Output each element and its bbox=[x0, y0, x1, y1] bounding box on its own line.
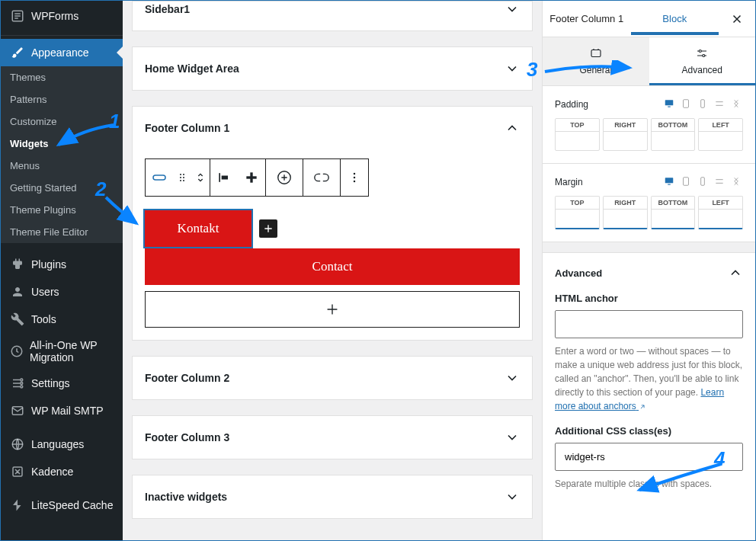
margin-left[interactable]: LEFT bbox=[698, 196, 743, 229]
sidebar-label: Kadence bbox=[31, 466, 73, 478]
widget-area-title: Footer Column 3 bbox=[145, 431, 229, 443]
reset-icon[interactable] bbox=[731, 98, 743, 110]
html-anchor-input[interactable] bbox=[555, 310, 743, 338]
toolbar-add-button[interactable] bbox=[238, 159, 265, 196]
widget-area-header[interactable]: Sidebar1 bbox=[133, 2, 532, 30]
desktop-icon[interactable] bbox=[664, 98, 676, 110]
widget-area-footer2: Footer Column 2 bbox=[132, 356, 533, 400]
sidebar-sub-menus[interactable]: Menus bbox=[1, 155, 123, 177]
appearance-submenu: Themes Patterns Customize Widgets Menus … bbox=[1, 66, 123, 243]
margin-top[interactable]: TOP bbox=[555, 196, 600, 229]
css-classes-field: Additional CSS class(es) Separate multip… bbox=[543, 425, 755, 503]
margin-right[interactable]: RIGHT bbox=[603, 196, 648, 229]
panel-tab-block[interactable]: Block bbox=[631, 2, 719, 35]
sidebar-item-settings[interactable]: Settings bbox=[1, 370, 123, 397]
toolbar-more-button[interactable] bbox=[341, 159, 368, 196]
sidebar-label: Tools bbox=[31, 313, 56, 325]
widget-area-header[interactable]: Footer Column 1 bbox=[133, 107, 532, 149]
sidebar-item-aio-migration[interactable]: All-in-One WP Migration bbox=[1, 333, 123, 370]
users-icon bbox=[10, 284, 25, 299]
move-up-down-icon bbox=[194, 168, 207, 187]
toolbar-link-button[interactable] bbox=[303, 159, 340, 196]
chevron-down-icon bbox=[505, 489, 520, 504]
sidebar-item-plugins[interactable]: Plugins bbox=[1, 251, 123, 278]
widget-area-title: Sidebar1 bbox=[145, 3, 190, 15]
sidebar-item-litespeed[interactable]: LiteSpeed Cache bbox=[1, 491, 123, 519]
panel-close-button[interactable] bbox=[719, 12, 755, 26]
padding-left[interactable]: LEFT bbox=[698, 118, 743, 151]
widget-area-footer1: Footer Column 1 bbox=[132, 106, 533, 341]
toolbar-move-buttons[interactable] bbox=[191, 159, 210, 196]
sidebar-item-wpforms[interactable]: WPForms bbox=[1, 1, 123, 31]
toolbar-block-type-button[interactable] bbox=[146, 159, 173, 196]
svg-point-11 bbox=[180, 177, 181, 178]
svg-point-25 bbox=[703, 55, 705, 57]
sidebar-sub-widgets[interactable]: Widgets bbox=[1, 133, 123, 155]
wpforms-icon bbox=[10, 8, 25, 24]
unit-icon[interactable] bbox=[714, 176, 726, 188]
subtab-advanced[interactable]: Advanced bbox=[649, 37, 756, 85]
widget-area-header[interactable]: Inactive widgets bbox=[133, 475, 532, 518]
mobile-icon[interactable] bbox=[697, 98, 710, 110]
widget-area-footer3: Footer Column 3 bbox=[132, 415, 533, 459]
sidebar-sub-themes[interactable]: Themes bbox=[1, 66, 123, 88]
svg-point-13 bbox=[180, 180, 181, 181]
widget-area-inactive: Inactive widgets bbox=[132, 475, 533, 519]
tablet-icon[interactable] bbox=[681, 176, 693, 188]
block-settings-panel: Footer Column 1 Block General Advanced P… bbox=[542, 1, 755, 540]
toolbar-drag-handle[interactable] bbox=[173, 159, 191, 196]
subtab-general[interactable]: General bbox=[543, 37, 649, 85]
svg-rect-16 bbox=[222, 176, 228, 180]
mobile-icon[interactable] bbox=[697, 176, 710, 188]
advanced-section-toggle[interactable]: Advanced bbox=[543, 253, 755, 293]
sidebar-item-users[interactable]: Users bbox=[1, 278, 123, 306]
plus-circle-icon bbox=[276, 169, 293, 186]
reset-icon[interactable] bbox=[731, 176, 743, 188]
unit-icon[interactable] bbox=[714, 98, 726, 110]
chevron-down-icon bbox=[505, 61, 520, 76]
widget-area-header[interactable]: Footer Column 3 bbox=[133, 416, 532, 459]
css-classes-input[interactable] bbox=[555, 443, 743, 471]
margin-grid: TOP RIGHT BOTTOM LEFT bbox=[555, 196, 743, 229]
sidebar-sub-patterns[interactable]: Patterns bbox=[1, 88, 123, 110]
svg-rect-8 bbox=[153, 175, 165, 180]
chevron-down-icon bbox=[505, 2, 520, 17]
widget-area-title: Inactive widgets bbox=[145, 491, 227, 503]
panel-subtabs: General Advanced bbox=[543, 37, 755, 86]
sidebar-sub-theme-file-editor[interactable]: Theme File Editor bbox=[1, 221, 123, 243]
sidebar-label: All-in-One WP Migration bbox=[30, 339, 114, 363]
widget-area-header[interactable]: Footer Column 2 bbox=[133, 357, 532, 399]
panel-tab-area[interactable]: Footer Column 1 bbox=[543, 2, 631, 35]
svg-point-4 bbox=[21, 386, 23, 388]
inline-add-button[interactable] bbox=[259, 219, 277, 238]
add-block-button[interactable] bbox=[145, 291, 520, 328]
sidebar-item-kadence[interactable]: Kadence bbox=[1, 458, 123, 485]
widget-area-header[interactable]: Home Widget Area bbox=[133, 47, 532, 90]
css-classes-help: Separate multiple classes with spaces. bbox=[555, 477, 743, 491]
sidebar-item-tools[interactable]: Tools bbox=[1, 306, 123, 333]
sidebar-sub-theme-plugins[interactable]: Theme Plugins bbox=[1, 199, 123, 221]
padding-bottom[interactable]: BOTTOM bbox=[651, 118, 696, 151]
button-kontakt[interactable]: Kontakt bbox=[145, 210, 251, 247]
sidebar-label: Languages bbox=[31, 438, 84, 450]
padding-right[interactable]: RIGHT bbox=[603, 118, 648, 151]
desktop-icon[interactable] bbox=[664, 176, 676, 188]
sidebar-item-languages[interactable]: Languages bbox=[1, 431, 123, 458]
widget-area-home: Home Widget Area bbox=[132, 46, 533, 91]
sidebar-item-wp-mail-smtp[interactable]: WP Mail SMTP bbox=[1, 397, 123, 424]
margin-bottom[interactable]: BOTTOM bbox=[651, 196, 696, 229]
svg-point-3 bbox=[21, 383, 23, 385]
admin-sidebar: WPForms Appearance Themes Patterns Custo… bbox=[1, 1, 123, 540]
sidebar-item-appearance[interactable]: Appearance bbox=[1, 39, 123, 66]
button-contact[interactable]: Contact bbox=[145, 248, 520, 285]
toolbar-align-button[interactable] bbox=[210, 159, 238, 196]
padding-label: Padding bbox=[555, 99, 588, 110]
sidebar-sub-customize[interactable]: Customize bbox=[1, 110, 123, 133]
kadence-icon bbox=[10, 464, 25, 479]
panel-tabs: Footer Column 1 Block bbox=[543, 1, 755, 37]
chevron-down-icon bbox=[505, 370, 520, 386]
padding-top[interactable]: TOP bbox=[555, 118, 600, 151]
toolbar-variation-button[interactable] bbox=[266, 159, 303, 196]
tablet-icon[interactable] bbox=[681, 98, 693, 110]
sidebar-sub-getting-started[interactable]: Getting Started bbox=[1, 177, 123, 199]
